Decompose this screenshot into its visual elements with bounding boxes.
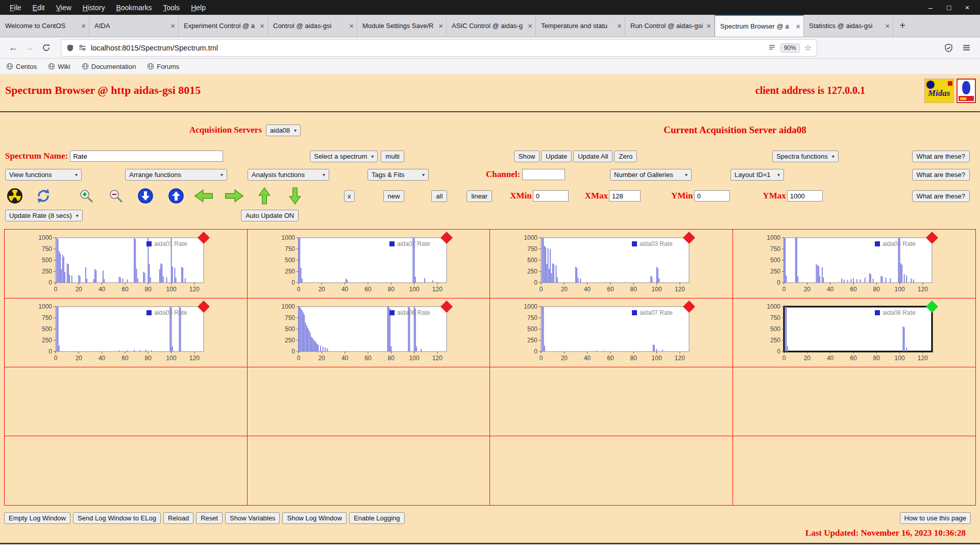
enable-logging-button[interactable]: Enable Logging bbox=[349, 512, 404, 524]
linear-button[interactable]: linear bbox=[467, 190, 492, 202]
bookmark-forums[interactable]: Forums bbox=[147, 63, 179, 70]
tags-fits-dropdown[interactable]: Tags & Fits▾ bbox=[368, 169, 429, 181]
new-button[interactable]: new bbox=[383, 190, 405, 202]
show-variables-button[interactable]: Show Variables bbox=[225, 512, 280, 524]
show-button[interactable]: Show bbox=[514, 151, 540, 162]
hamburger-menu-icon[interactable] bbox=[962, 43, 971, 53]
scale-up-icon[interactable] bbox=[167, 187, 185, 205]
tab-spectrum-browser[interactable]: Spectrum Browser @ a × bbox=[715, 15, 804, 37]
arrange-functions-dropdown[interactable]: Arrange functions▾ bbox=[125, 169, 227, 181]
spectrum-chart-aida07[interactable]: 02505007501000020406080100120aida07 Rate bbox=[512, 299, 706, 366]
ymax-input[interactable] bbox=[787, 190, 823, 202]
xmax-input[interactable] bbox=[609, 190, 641, 202]
refresh-icon[interactable] bbox=[35, 187, 52, 205]
arrow-left-icon[interactable] bbox=[193, 187, 214, 205]
view-functions-dropdown[interactable]: View functions▾ bbox=[5, 169, 82, 181]
auto-update-button[interactable]: Auto Update ON bbox=[241, 210, 299, 221]
minimize-button[interactable]: – bbox=[924, 4, 937, 12]
menu-edit[interactable]: Edit bbox=[27, 4, 51, 12]
arrow-right-icon[interactable] bbox=[224, 187, 245, 205]
tab-control[interactable]: Control @ aidas-gsi × bbox=[268, 15, 357, 37]
site-permissions-icon[interactable] bbox=[79, 44, 86, 52]
reload-button[interactable] bbox=[38, 40, 54, 56]
zero-button[interactable]: Zero bbox=[614, 151, 637, 162]
tab-close-icon[interactable]: × bbox=[617, 21, 622, 30]
tab-module-settings[interactable]: Module Settings Save/R × bbox=[357, 15, 447, 37]
ymin-input[interactable] bbox=[694, 190, 730, 202]
tab-statistics[interactable]: Statistics @ aidas-gsi × bbox=[804, 15, 893, 37]
arrow-up-icon[interactable] bbox=[256, 187, 273, 205]
menu-bookmarks[interactable]: Bookmarks bbox=[110, 4, 157, 12]
xmin-input[interactable] bbox=[533, 190, 569, 202]
zoom-out-icon[interactable] bbox=[107, 187, 125, 205]
what-are-these-button[interactable]: What are these? bbox=[912, 169, 970, 181]
show-log-window-button[interactable]: Show Log Window bbox=[282, 512, 347, 524]
tab-welcome[interactable]: Welcome to CentOS × bbox=[0, 15, 89, 37]
maximize-button[interactable]: □ bbox=[942, 4, 955, 12]
acquisition-server-select[interactable]: aida08▾ bbox=[266, 124, 301, 136]
gallery-cell-aida07[interactable]: 02505007501000020406080100120aida07 Rate bbox=[490, 298, 733, 367]
zoom-in-icon[interactable] bbox=[78, 187, 95, 205]
spectrum-chart-aida02[interactable]: 02505007501000020406080100120aida02 Rate bbox=[270, 231, 464, 297]
scale-down-icon[interactable] bbox=[137, 187, 154, 205]
back-button[interactable]: ← bbox=[5, 40, 21, 56]
menu-view[interactable]: View bbox=[51, 4, 77, 12]
shield-check-icon[interactable] bbox=[944, 43, 953, 53]
gallery-cell-aida03[interactable]: 02505007501000020406080100120aida03 Rate bbox=[490, 230, 733, 298]
how-to-use-button[interactable]: How to use this page bbox=[900, 512, 971, 524]
menu-file[interactable]: File bbox=[4, 4, 27, 12]
tab-run-control[interactable]: Run Control @ aidas-gsi × bbox=[625, 15, 715, 37]
select-spectrum-dropdown[interactable]: Select a spectrum▾ bbox=[310, 151, 378, 162]
menu-help[interactable]: Help bbox=[185, 4, 211, 12]
tab-close-icon[interactable]: × bbox=[796, 22, 800, 31]
tab-close-icon[interactable]: × bbox=[528, 21, 532, 30]
tab-close-icon[interactable]: × bbox=[438, 21, 443, 30]
layout-id-dropdown[interactable]: Layout ID=1▾ bbox=[730, 169, 784, 181]
send-log-to-elog-button[interactable]: Send Log Window to ELog bbox=[73, 512, 161, 524]
spectrum-chart-aida05[interactable]: 02505007501000020406080100120aida05 Rate bbox=[27, 299, 221, 366]
bookmark-star-icon[interactable]: ☆ bbox=[804, 43, 812, 53]
number-of-galleries-dropdown[interactable]: Number of Galleries▾ bbox=[610, 169, 692, 181]
update-all-button[interactable]: Update All bbox=[573, 151, 612, 162]
spectrum-chart-aida04[interactable]: 02505007501000020406080100120aida04 Rate bbox=[755, 231, 949, 297]
analysis-functions-dropdown[interactable]: Analysis functions▾ bbox=[248, 169, 329, 181]
gallery-cell-aida05[interactable]: 02505007501000020406080100120aida05 Rate bbox=[5, 298, 248, 367]
multi-button[interactable]: multi bbox=[381, 151, 404, 162]
reader-mode-icon[interactable] bbox=[768, 44, 776, 52]
bookmark-documentation[interactable]: Documentation bbox=[82, 63, 136, 70]
zoom-level-badge[interactable]: 90% bbox=[780, 43, 800, 53]
bookmark-wiki[interactable]: Wiki bbox=[48, 63, 70, 70]
tab-experiment-control[interactable]: Experiment Control @ a × bbox=[179, 15, 268, 37]
forward-button[interactable]: → bbox=[21, 40, 38, 56]
tab-close-icon[interactable]: × bbox=[260, 21, 264, 30]
tab-close-icon[interactable]: × bbox=[81, 21, 86, 30]
spectra-functions-dropdown[interactable]: Spectra functions▾ bbox=[772, 151, 838, 162]
tab-temperature[interactable]: Temperature and statu × bbox=[536, 15, 625, 37]
radiation-icon[interactable] bbox=[6, 187, 23, 205]
all-button[interactable]: all bbox=[431, 190, 447, 202]
spectrum-name-input[interactable] bbox=[70, 151, 223, 162]
spectrum-chart-aida06[interactable]: 02505007501000020406080100120aida06 Rate bbox=[270, 299, 464, 366]
menu-history[interactable]: History bbox=[77, 4, 111, 12]
gallery-cell-aida02[interactable]: 02505007501000020406080100120aida02 Rate bbox=[248, 230, 491, 298]
gallery-cell-aida01[interactable]: 02505007501000020406080100120aida01 Rate bbox=[5, 230, 248, 298]
arrow-down-icon[interactable] bbox=[287, 187, 303, 205]
tab-aida[interactable]: AIDA × bbox=[89, 15, 179, 37]
tab-asic-control[interactable]: ASIC Control @ aidas-g × bbox=[447, 15, 536, 37]
what-are-these-button[interactable]: What are these? bbox=[912, 151, 970, 162]
empty-log-window-button[interactable]: Empty Log Window bbox=[4, 512, 70, 524]
close-button[interactable]: × bbox=[961, 4, 974, 12]
what-are-these-button[interactable]: What are these? bbox=[912, 190, 970, 202]
update-rate-dropdown[interactable]: Update Rate (8 secs)▾ bbox=[5, 210, 83, 221]
tab-close-icon[interactable]: × bbox=[706, 21, 711, 30]
gallery-cell-aida08[interactable]: 02505007501000020406080100120aida08 Rate bbox=[733, 298, 976, 367]
url-bar[interactable]: localhost:8015/Spectrum/Spectrum.tml 90%… bbox=[61, 40, 817, 56]
reset-button[interactable]: Reset bbox=[196, 512, 223, 524]
bookmark-centos[interactable]: Centos bbox=[6, 63, 37, 70]
tab-close-icon[interactable]: × bbox=[170, 21, 175, 30]
spectrum-chart-aida03[interactable]: 02505007501000020406080100120aida03 Rate bbox=[512, 231, 706, 297]
channel-input[interactable] bbox=[522, 169, 565, 180]
spectrum-chart-aida08[interactable]: 02505007501000020406080100120aida08 Rate bbox=[755, 299, 949, 366]
reload-page-button[interactable]: Reload bbox=[163, 512, 193, 524]
menu-tools[interactable]: Tools bbox=[157, 4, 185, 12]
